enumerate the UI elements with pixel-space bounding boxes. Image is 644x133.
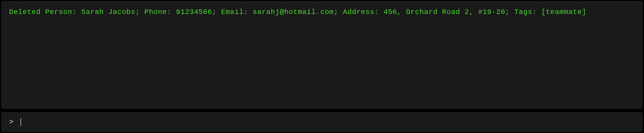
prompt-symbol: > [9, 118, 13, 126]
command-input-panel[interactable]: > [1, 112, 643, 132]
output-message: Deleted Person: Sarah Jacobs; Phone: 912… [9, 8, 635, 16]
output-panel: Deleted Person: Sarah Jacobs; Phone: 912… [1, 1, 643, 109]
cursor-icon [21, 118, 21, 126]
